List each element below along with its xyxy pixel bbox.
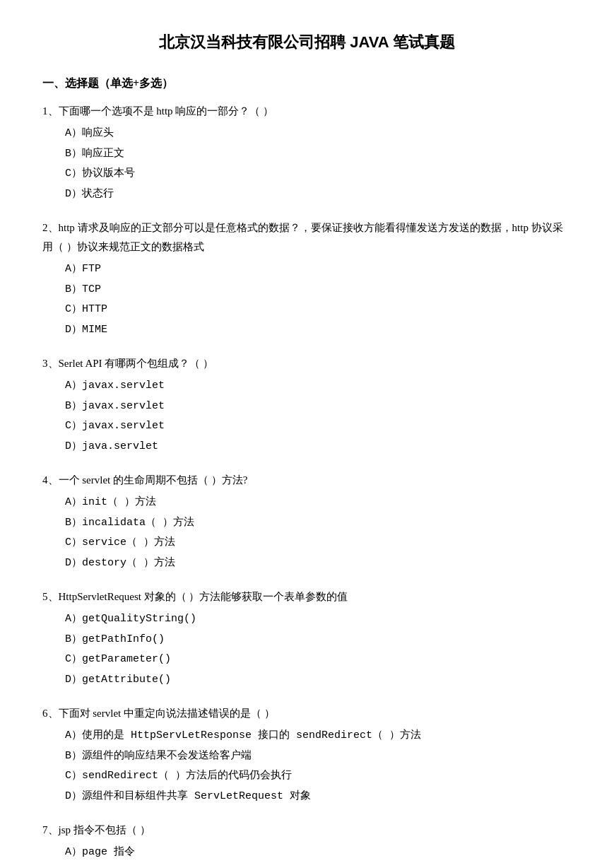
q4-option-d: D）destory（ ）方法 bbox=[65, 553, 572, 574]
question-2-text: 2、http 请求及响应的正文部分可以是任意格式的数据？，要保证接收方能看得懂发… bbox=[42, 218, 572, 257]
question-7: 7、jsp 指令不包括（ ） A）page 指令 bbox=[42, 821, 572, 863]
q2-option-d: D）MIME bbox=[65, 320, 572, 341]
question-4: 4、一个 servlet 的生命周期不包括（ ）方法? A）init（ ）方法 … bbox=[42, 471, 572, 573]
q3-option-c: C）javax.servlet bbox=[65, 416, 572, 437]
q6-option-d: D）源组件和目标组件共享 ServLetRequest 对象 bbox=[65, 787, 572, 807]
section-1: 一、选择题（单选+多选） 1、下面哪一个选项不是 http 响应的一部分？（ ）… bbox=[42, 74, 572, 863]
q6-option-a: A）使用的是 HttpServLetResponse 接口的 sendRedir… bbox=[65, 726, 572, 746]
q3-option-d: D）java.servlet bbox=[65, 437, 572, 457]
q6-option-c: C）sendRedirect（ ）方法后的代码仍会执行 bbox=[65, 766, 572, 787]
q1-option-c: C）协议版本号 bbox=[65, 164, 572, 184]
q7-option-a: A）page 指令 bbox=[65, 843, 572, 863]
section-label: 一、选择题（单选+多选） bbox=[42, 74, 572, 94]
q5-option-c: C）getParameter() bbox=[65, 650, 572, 670]
q5-option-d: D）getAttribute() bbox=[65, 670, 572, 691]
question-3: 3、Serlet API 有哪两个包组成？（ ） A）javax.servlet… bbox=[42, 354, 572, 457]
q1-option-b: B）响应正文 bbox=[65, 144, 572, 165]
question-6: 6、下面对 servlet 中重定向说法描述错误的是（ ） A）使用的是 Htt… bbox=[42, 704, 572, 807]
question-5: 5、HttpServletRequest 对象的（ ）方法能够获取一个表单参数的… bbox=[42, 587, 572, 690]
question-6-options: A）使用的是 HttpServLetResponse 接口的 sendRedir… bbox=[42, 726, 572, 807]
q2-option-c: C）HTTP bbox=[65, 300, 572, 320]
question-2: 2、http 请求及响应的正文部分可以是任意格式的数据？，要保证接收方能看得懂发… bbox=[42, 218, 572, 340]
q1-option-a: A）响应头 bbox=[65, 124, 572, 144]
q1-option-d: D）状态行 bbox=[65, 184, 572, 205]
q4-option-a: A）init（ ）方法 bbox=[65, 493, 572, 513]
question-7-options: A）page 指令 bbox=[42, 843, 572, 863]
question-4-text: 4、一个 servlet 的生命周期不包括（ ）方法? bbox=[42, 471, 572, 490]
question-1-options: A）响应头 B）响应正文 C）协议版本号 D）状态行 bbox=[42, 124, 572, 204]
question-5-options: A）getQualityString() B）getPathInfo() C）g… bbox=[42, 609, 572, 690]
question-4-options: A）init（ ）方法 B）incalidata（ ）方法 C）service（… bbox=[42, 493, 572, 573]
question-1-text: 1、下面哪一个选项不是 http 响应的一部分？（ ） bbox=[42, 102, 572, 121]
q4-option-c: C）service（ ）方法 bbox=[65, 533, 572, 553]
q5-option-b: B）getPathInfo() bbox=[65, 630, 572, 650]
q5-option-a: A）getQualityString() bbox=[65, 609, 572, 630]
q2-option-a: A）FTP bbox=[65, 259, 572, 280]
question-3-options: A）javax.servlet B）javax.servlet C）javax.… bbox=[42, 376, 572, 457]
q2-option-b: B）TCP bbox=[65, 280, 572, 300]
question-7-text: 7、jsp 指令不包括（ ） bbox=[42, 821, 572, 840]
q6-option-b: B）源组件的响应结果不会发送给客户端 bbox=[65, 746, 572, 767]
q3-option-b: B）javax.servlet bbox=[65, 397, 572, 417]
q4-option-b: B）incalidata（ ）方法 bbox=[65, 513, 572, 534]
question-5-text: 5、HttpServletRequest 对象的（ ）方法能够获取一个表单参数的… bbox=[42, 587, 572, 606]
question-6-text: 6、下面对 servlet 中重定向说法描述错误的是（ ） bbox=[42, 704, 572, 723]
question-3-text: 3、Serlet API 有哪两个包组成？（ ） bbox=[42, 354, 572, 373]
question-1: 1、下面哪一个选项不是 http 响应的一部分？（ ） A）响应头 B）响应正文… bbox=[42, 102, 572, 204]
question-2-options: A）FTP B）TCP C）HTTP D）MIME bbox=[42, 259, 572, 340]
q3-option-a: A）javax.servlet bbox=[65, 376, 572, 397]
page-title: 北京汉当科技有限公司招聘 JAVA 笔试真题 bbox=[42, 28, 572, 57]
